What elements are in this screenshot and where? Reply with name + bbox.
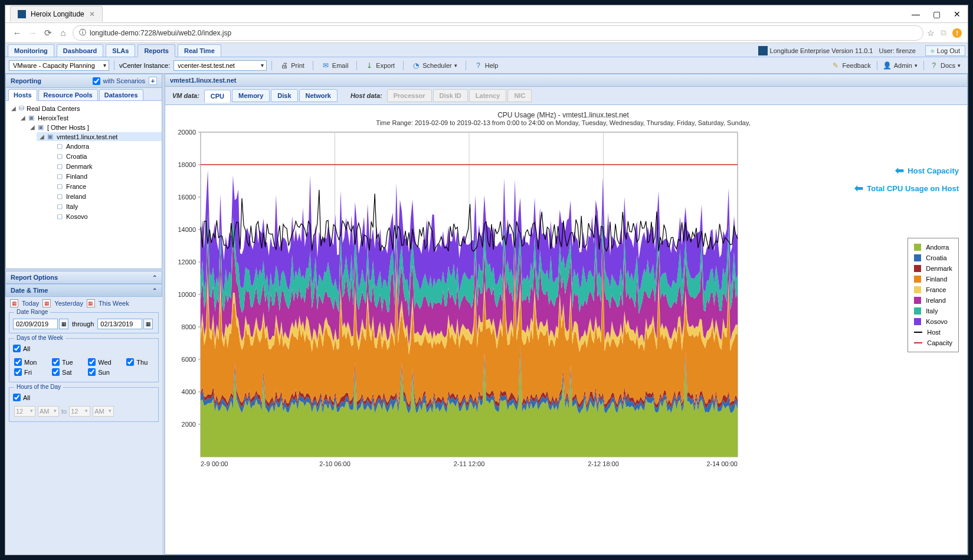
dow-wed[interactable]: Wed bbox=[88, 358, 117, 366]
legend-swatch bbox=[914, 318, 921, 325]
date-from-input[interactable] bbox=[13, 319, 58, 329]
nav-realtime[interactable]: Real Time bbox=[178, 44, 221, 57]
dow-mon[interactable]: Mon bbox=[14, 358, 42, 366]
tree-vm[interactable]: Denmark bbox=[46, 162, 162, 171]
url-field[interactable]: ⓘ longitude-demo:7228/webui/web2.0/index… bbox=[73, 25, 923, 41]
vm-icon bbox=[57, 172, 64, 180]
maximize-button[interactable]: ▢ bbox=[933, 9, 941, 19]
tab-memory[interactable]: Memory bbox=[232, 89, 270, 102]
minimize-button[interactable]: — bbox=[912, 9, 920, 19]
calendar-icon: ▦ bbox=[42, 299, 51, 307]
tab-close-icon[interactable]: ✕ bbox=[89, 10, 95, 18]
extension-icon[interactable]: ⧉ bbox=[941, 28, 946, 38]
date-to-input[interactable] bbox=[97, 319, 142, 329]
with-scenarios-checkbox[interactable]: with Scenarios bbox=[93, 77, 145, 85]
tree-vm[interactable]: Ireland bbox=[46, 192, 162, 201]
thisweek-link[interactable]: This Week bbox=[99, 300, 129, 307]
scheduler-button[interactable]: ◔Scheduler ▾ bbox=[408, 60, 461, 71]
tree-vm[interactable]: France bbox=[46, 182, 162, 191]
tab-network[interactable]: Network bbox=[299, 89, 338, 102]
legend-item[interactable]: Andorra bbox=[914, 242, 952, 253]
cluster-icon bbox=[28, 114, 35, 122]
legend-swatch bbox=[914, 276, 921, 283]
tab-cpu[interactable]: CPU bbox=[204, 90, 231, 103]
forward-button[interactable]: → bbox=[27, 27, 38, 39]
close-button[interactable]: ✕ bbox=[954, 9, 961, 19]
dow-sun[interactable]: Sun bbox=[88, 368, 117, 376]
vm-icon bbox=[57, 182, 64, 190]
nav-dashboard[interactable]: Dashboard bbox=[57, 44, 103, 57]
to-ampm-select[interactable]: AM bbox=[93, 406, 114, 417]
subtab-datastores[interactable]: Datastores bbox=[99, 89, 143, 100]
subtab-resource-pools[interactable]: Resource Pools bbox=[38, 89, 98, 100]
export-button[interactable]: ⤓Export bbox=[362, 60, 398, 71]
today-link[interactable]: Today bbox=[22, 300, 39, 307]
reload-button[interactable]: ⟳ bbox=[42, 27, 54, 39]
subtab-hosts[interactable]: Hosts bbox=[8, 89, 37, 101]
alert-icon[interactable]: ! bbox=[952, 28, 962, 38]
home-button[interactable]: ⌂ bbox=[57, 27, 69, 39]
browser-tab[interactable]: Heroix Longitude ✕ bbox=[10, 6, 103, 22]
report-type-select[interactable]: VMware - Capacity Planning bbox=[9, 60, 109, 71]
nav-reports[interactable]: Reports bbox=[137, 44, 175, 57]
url-text: longitude-demo:7228/webui/web2.0/index.j… bbox=[90, 29, 231, 37]
legend-swatch bbox=[914, 307, 921, 315]
legend-item[interactable]: France bbox=[914, 284, 952, 295]
back-button[interactable]: ← bbox=[11, 27, 23, 39]
legend-item[interactable]: Denmark bbox=[914, 263, 952, 274]
legend-item[interactable]: Italy bbox=[914, 306, 952, 316]
feedback-button[interactable]: ✎Feedback bbox=[828, 60, 874, 71]
date-picker-icon[interactable]: ▦ bbox=[143, 319, 153, 329]
from-hour-select[interactable]: 12 bbox=[14, 406, 35, 417]
bookmark-icon[interactable]: ☆ bbox=[927, 28, 935, 38]
to-hour-select[interactable]: 12 bbox=[69, 406, 90, 417]
dow-fri[interactable]: Fri bbox=[14, 368, 42, 376]
tree-cluster[interactable]: ◢HeroixTest bbox=[18, 113, 162, 122]
legend-item[interactable]: Host bbox=[914, 327, 952, 338]
nav-monitoring[interactable]: Monitoring bbox=[8, 44, 54, 57]
vcenter-select[interactable]: vcenter-test.test.net bbox=[173, 60, 267, 71]
legend-item[interactable]: Croatia bbox=[914, 253, 952, 263]
legend-item[interactable]: Ireland bbox=[914, 295, 952, 306]
vm-data-label: VM data: bbox=[169, 92, 203, 99]
tree-vm[interactable]: Finland bbox=[46, 172, 162, 181]
collapse-icon[interactable]: ⌃ bbox=[152, 274, 157, 281]
dow-all[interactable]: All bbox=[13, 345, 155, 352]
svg-text:2-11 12:00: 2-11 12:00 bbox=[454, 460, 485, 467]
from-ampm-select[interactable]: AM bbox=[38, 406, 59, 417]
chart-legend: AndorraCroatiaDenmarkFinlandFranceIrelan… bbox=[908, 238, 959, 352]
add-scenario-button[interactable]: + bbox=[149, 77, 157, 85]
collapse-icon[interactable]: ⌃ bbox=[152, 287, 157, 294]
hours-all[interactable]: All bbox=[13, 394, 155, 401]
dow-sat[interactable]: Sat bbox=[52, 368, 78, 376]
host-tree: ◢⛁Real Data Centers ◢HeroixTest ◢[ Other… bbox=[5, 101, 162, 269]
tree-vm[interactable]: Italy bbox=[46, 202, 162, 211]
tree-vm[interactable]: Croatia bbox=[46, 152, 162, 161]
print-button[interactable]: 🖨Print bbox=[277, 60, 308, 71]
reporting-header: Reporting with Scenarios + bbox=[5, 74, 162, 88]
legend-item[interactable]: Capacity bbox=[914, 338, 952, 348]
date-picker-icon[interactable]: ▦ bbox=[59, 319, 68, 329]
folder-icon bbox=[38, 123, 45, 131]
report-options-header[interactable]: Report Options ⌃ bbox=[5, 271, 162, 284]
help-button[interactable]: ?Help bbox=[471, 60, 502, 71]
admin-button[interactable]: 👤Admin ▾ bbox=[880, 60, 921, 71]
date-time-header[interactable]: Date & Time ⌃ bbox=[5, 284, 162, 297]
tree-host-selected[interactable]: ◢vmtest1.linux.test.net bbox=[37, 132, 162, 141]
arrow-left-icon: ⬅ bbox=[895, 164, 904, 177]
logout-button[interactable]: ⎆ Log Out bbox=[925, 45, 965, 56]
tree-vm[interactable]: Andorra bbox=[46, 142, 162, 150]
chart-title: CPU Usage (MHz) - vmtest1.linux.test.net bbox=[165, 111, 961, 119]
email-button[interactable]: ✉Email bbox=[318, 60, 352, 71]
nav-slas[interactable]: SLAs bbox=[106, 44, 135, 57]
tab-disk[interactable]: Disk bbox=[271, 89, 297, 102]
dow-thu[interactable]: Thu bbox=[126, 358, 153, 366]
tree-other-hosts[interactable]: ◢[ Other Hosts ] bbox=[27, 123, 162, 132]
tree-root[interactable]: ◢⛁Real Data Centers bbox=[8, 104, 162, 113]
docs-button[interactable]: ?Docs ▾ bbox=[926, 60, 964, 71]
dow-tue[interactable]: Tue bbox=[52, 358, 78, 366]
legend-item[interactable]: Finland bbox=[914, 274, 952, 284]
tree-vm[interactable]: Kosovo bbox=[46, 212, 162, 221]
legend-item[interactable]: Kosovo bbox=[914, 316, 952, 327]
yesterday-link[interactable]: Yesterday bbox=[54, 300, 83, 307]
